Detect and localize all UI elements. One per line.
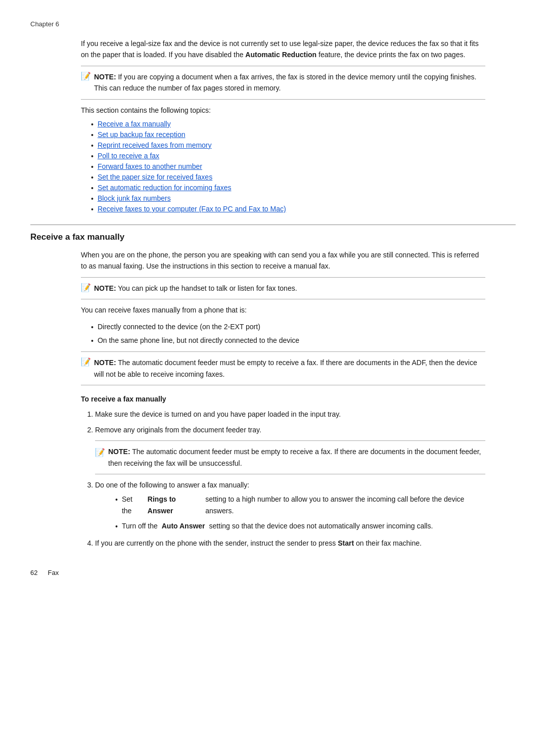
receive-section: Receive a fax manually When you are on t… bbox=[30, 225, 516, 549]
step-1: Make sure the device is turned on and yo… bbox=[95, 409, 485, 420]
note-box-4: 📝 NOTE: The automatic document feeder mu… bbox=[95, 446, 485, 469]
note-label-1: NOTE: bbox=[94, 73, 116, 81]
chapter-label: Chapter 6 bbox=[30, 20, 59, 28]
step-3: Do one of the following to answer a fax … bbox=[95, 479, 485, 532]
receive-para1: When you are on the phone, the person yo… bbox=[81, 249, 485, 272]
note-text-4: NOTE: The automatic document feeder must… bbox=[108, 446, 485, 469]
list-item: Set up backup fax reception bbox=[91, 130, 485, 139]
note-text-3: NOTE: The automatic document feeder must… bbox=[94, 357, 485, 380]
intro-block: If you receive a legal-size fax and the … bbox=[81, 38, 485, 213]
note-box-3: 📝 NOTE: The automatic document feeder mu… bbox=[81, 357, 485, 380]
topic-link-1[interactable]: Set up backup fax reception bbox=[98, 130, 186, 139]
divider-6 bbox=[81, 385, 485, 385]
list-item: Set automatic reduction for incoming fax… bbox=[91, 184, 485, 192]
chapter-header: Chapter 6 bbox=[30, 20, 516, 28]
topic-link-5[interactable]: Set the paper size for received faxes bbox=[98, 173, 212, 181]
step2-note-body: The automatic document feeder must be em… bbox=[108, 448, 481, 467]
steps-list: Make sure the device is turned on and yo… bbox=[95, 409, 485, 549]
divider-8 bbox=[95, 474, 485, 474]
list-item: On the same phone line, but not directly… bbox=[91, 335, 485, 346]
footer: 62 Fax bbox=[30, 569, 516, 576]
topic-link-7[interactable]: Block junk fax numbers bbox=[98, 194, 171, 202]
list-item: Reprint received faxes from memory bbox=[91, 141, 485, 150]
list-item: Directly connected to the device (on the… bbox=[91, 321, 485, 333]
topic-link-2[interactable]: Reprint received faxes from memory bbox=[98, 141, 212, 149]
list-item: Set the Rings to Answer setting to a hig… bbox=[115, 494, 485, 516]
page: Chapter 6 If you receive a legal-size fa… bbox=[0, 0, 546, 607]
to-receive-heading: To receive a fax manually bbox=[81, 393, 485, 405]
section-heading: Receive a fax manually bbox=[30, 232, 124, 242]
step-3-label: Do one of the following to answer a fax … bbox=[95, 481, 249, 489]
topic-link-6[interactable]: Set automatic reduction for incoming fax… bbox=[98, 184, 232, 192]
note-text-1: NOTE: If you are copying a document when… bbox=[94, 71, 485, 94]
receive-from-list: Directly connected to the device (on the… bbox=[91, 321, 485, 347]
footer-label: Fax bbox=[48, 569, 59, 576]
intro-para1: If you receive a legal-size fax and the … bbox=[81, 38, 485, 61]
section-divider-1 bbox=[30, 225, 516, 225]
rings-to-answer-bold: Rings to Answer bbox=[148, 494, 201, 516]
list-item: Receive a fax manually bbox=[91, 120, 485, 128]
list-item: Set the paper size for received faxes bbox=[91, 173, 485, 182]
step-1-text: Make sure the device is turned on and yo… bbox=[95, 410, 341, 418]
note-box-2: 📝 NOTE: You can pick up the handset to t… bbox=[81, 283, 485, 294]
step-4: If you are currently on the phone with t… bbox=[95, 538, 485, 549]
list-item: Turn off the Auto Answer setting so that… bbox=[115, 520, 485, 532]
topic-link-4[interactable]: Forward faxes to another number bbox=[98, 162, 202, 170]
note-icon-3: 📝 bbox=[81, 357, 91, 367]
step-2-text: Remove any originals from the document f… bbox=[95, 426, 261, 434]
note-icon-4: 📝 bbox=[95, 446, 105, 459]
step3-bullets: Set the Rings to Answer setting to a hig… bbox=[105, 494, 485, 532]
note-box-1: 📝 NOTE: If you are copying a document wh… bbox=[81, 71, 485, 94]
topic-list: Receive a fax manually Set up backup fax… bbox=[91, 120, 485, 213]
note-icon-2: 📝 bbox=[81, 283, 91, 292]
divider-4 bbox=[81, 299, 485, 299]
auto-answer-bold: Auto Answer bbox=[162, 520, 205, 531]
section-title-row: Receive a fax manually bbox=[30, 232, 516, 242]
topic-link-3[interactable]: Poll to receive a fax bbox=[98, 152, 159, 160]
step-4-text: If you are currently on the phone with t… bbox=[95, 539, 422, 547]
auto-reduction-bold: Automatic Reduction bbox=[245, 51, 316, 59]
divider-3 bbox=[81, 277, 485, 278]
list-item: Block junk fax numbers bbox=[91, 194, 485, 203]
bullet-text: On the same phone line, but not directly… bbox=[98, 335, 299, 346]
topic-link-8[interactable]: Receive faxes to your computer (Fax to P… bbox=[98, 205, 286, 213]
note-icon-1: 📝 bbox=[81, 71, 91, 81]
receive-content-block: When you are on the phone, the person yo… bbox=[81, 249, 485, 549]
note-label-4: NOTE: bbox=[108, 448, 130, 456]
divider-7 bbox=[95, 440, 485, 441]
receive-from-intro: You can receive faxes manually from a ph… bbox=[81, 304, 485, 316]
step-2: Remove any originals from the document f… bbox=[95, 424, 485, 474]
divider-5 bbox=[81, 351, 485, 352]
bullet-text: Directly connected to the device (on the… bbox=[98, 321, 260, 332]
list-item: Poll to receive a fax bbox=[91, 152, 485, 160]
note-text-2: NOTE: You can pick up the handset to tal… bbox=[94, 283, 297, 294]
topics-intro: This section contains the following topi… bbox=[81, 105, 485, 116]
list-item: Forward faxes to another number bbox=[91, 162, 485, 171]
divider-2 bbox=[81, 99, 485, 100]
note-label-3: NOTE: bbox=[94, 359, 116, 367]
note-label-2: NOTE: bbox=[94, 284, 116, 292]
divider-1 bbox=[81, 66, 485, 66]
step3-bullet-list: Set the Rings to Answer setting to a hig… bbox=[115, 494, 485, 532]
topic-link-0[interactable]: Receive a fax manually bbox=[98, 120, 171, 128]
note3-body: The automatic document feeder must be em… bbox=[94, 359, 477, 378]
footer-page: 62 bbox=[30, 569, 37, 576]
list-item: Receive faxes to your computer (Fax to P… bbox=[91, 205, 485, 213]
note2-body: You can pick up the handset to talk or l… bbox=[118, 284, 297, 292]
start-bold: Start bbox=[338, 539, 354, 547]
